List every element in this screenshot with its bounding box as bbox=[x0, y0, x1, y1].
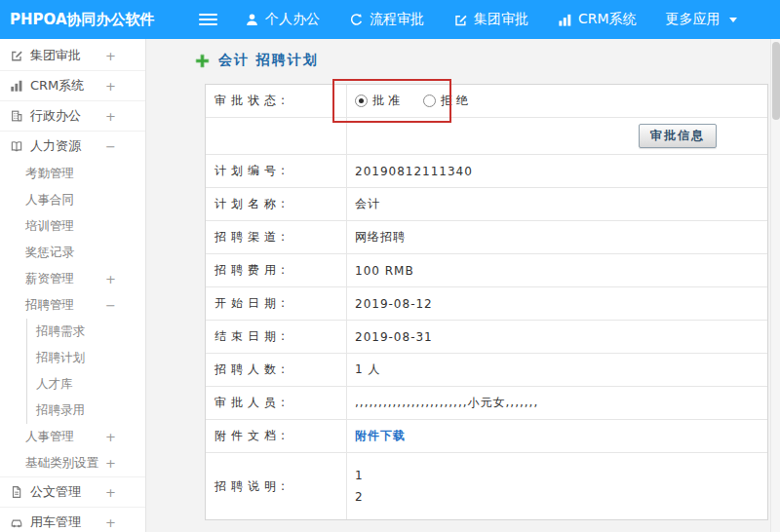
row-approval-status: 审批状态: 批准 拒绝 bbox=[206, 85, 767, 118]
chart-icon bbox=[10, 79, 23, 93]
expand-toggle[interactable]: + bbox=[105, 456, 116, 471]
top-nav: 个人办公 流程审批 集团审批 CRM系统 更多应用 bbox=[245, 11, 737, 28]
field-label: 计划编号: bbox=[206, 155, 347, 187]
field-label: 计划名称: bbox=[206, 188, 347, 220]
attachment-download-link[interactable]: 附件下载 bbox=[355, 428, 406, 444]
nav-label: 更多应用 bbox=[666, 11, 721, 28]
field-label: 审批人员: bbox=[206, 387, 347, 419]
sidebar-item-label: 人力资源 bbox=[30, 137, 81, 155]
sidebar-item-label: 薪资管理 bbox=[25, 271, 74, 287]
row-attachment: 附件文档: 附件下载 bbox=[206, 420, 767, 453]
sidebar-item-base-category[interactable]: 基础类别设置 + bbox=[0, 450, 145, 476]
nav-workflow-approval[interactable]: 流程审批 bbox=[349, 11, 424, 28]
radio-reject-label[interactable]: 拒绝 bbox=[441, 93, 472, 109]
expand-toggle[interactable]: + bbox=[105, 109, 116, 124]
sidebar-item-training[interactable]: 培训管理 bbox=[0, 213, 145, 240]
expand-toggle[interactable]: + bbox=[105, 430, 116, 444]
car-icon bbox=[10, 515, 23, 529]
radio-approve-label[interactable]: 批准 bbox=[372, 93, 404, 109]
field-label: 开始日期: bbox=[206, 287, 347, 320]
nav-more-apps[interactable]: 更多应用 bbox=[666, 11, 737, 28]
field-value: 1 人 bbox=[347, 354, 767, 386]
sidebar-item-label: 培训管理 bbox=[25, 218, 74, 235]
office-icon bbox=[10, 109, 23, 123]
nav-label: CRM系统 bbox=[578, 11, 637, 28]
collapse-toggle[interactable]: − bbox=[105, 298, 116, 313]
radio-reject[interactable] bbox=[423, 95, 436, 107]
nav-label: 流程审批 bbox=[370, 11, 424, 28]
sidebar-item-hr-contract[interactable]: 人事合同 bbox=[0, 187, 145, 213]
expand-toggle[interactable]: + bbox=[105, 515, 116, 530]
field-value: 网络招聘 bbox=[347, 221, 767, 253]
sidebar-item-label: 招聘需求 bbox=[36, 323, 85, 340]
expand-toggle[interactable]: + bbox=[105, 49, 116, 63]
sidebar: 集团审批 + CRM系统 + 行政办公 + 人力资源 − 考勤管理 人事合同 bbox=[0, 39, 146, 532]
nav-personal-office[interactable]: 个人办公 bbox=[245, 11, 320, 28]
sidebar-item-personnel[interactable]: 人事管理 + bbox=[0, 424, 145, 450]
hamburger-icon[interactable] bbox=[199, 14, 217, 25]
field-label: 招聘说明: bbox=[206, 453, 347, 519]
sidebar-item-recruitment[interactable]: 招聘管理 − bbox=[0, 292, 145, 319]
nav-label: 个人办公 bbox=[265, 11, 320, 28]
expand-toggle[interactable]: + bbox=[105, 272, 116, 286]
field-value: 会计 bbox=[347, 188, 767, 220]
flow-icon bbox=[349, 13, 364, 27]
sidebar-item-crm[interactable]: CRM系统 + bbox=[0, 71, 145, 100]
sidebar-item-label: 招聘录用 bbox=[36, 402, 85, 419]
sidebar-item-label: 公文管理 bbox=[30, 483, 81, 501]
description-line: 1 bbox=[355, 469, 364, 482]
field-value: 20190812111340 bbox=[347, 155, 767, 187]
sidebar-item-label: CRM系统 bbox=[30, 77, 84, 95]
field-value: 1 2 bbox=[347, 453, 767, 519]
expand-toggle[interactable]: + bbox=[105, 485, 116, 500]
sidebar-item-talent-pool[interactable]: 人才库 bbox=[27, 371, 145, 398]
sidebar-item-label: 行政办公 bbox=[30, 107, 81, 125]
sidebar-item-document[interactable]: 公文管理 + bbox=[0, 477, 145, 507]
field-value: 审批信息 bbox=[347, 118, 767, 154]
field-label: 结束日期: bbox=[206, 321, 347, 353]
sidebar-item-recruit-hire[interactable]: 招聘录用 bbox=[27, 398, 145, 424]
row-description: 招聘说明: 1 2 bbox=[206, 453, 767, 519]
expand-toggle[interactable]: + bbox=[105, 79, 116, 94]
sidebar-item-vehicle[interactable]: 用车管理 + bbox=[0, 508, 145, 532]
nav-label: 集团审批 bbox=[474, 11, 528, 28]
sidebar-item-admin-office[interactable]: 行政办公 + bbox=[0, 101, 145, 131]
row-recruit-count: 招聘人数: 1 人 bbox=[206, 354, 767, 387]
scrollbar-thumb[interactable] bbox=[772, 42, 780, 120]
doc-icon bbox=[10, 485, 23, 499]
nav-crm[interactable]: CRM系统 bbox=[558, 11, 637, 28]
recruitment-submenu: 招聘需求 招聘计划 人才库 招聘录用 bbox=[26, 319, 145, 424]
sidebar-item-hr[interactable]: 人力资源 − bbox=[0, 132, 145, 161]
field-label: 招聘人数: bbox=[206, 354, 347, 386]
row-approval-action: 审批信息 bbox=[206, 118, 767, 155]
sidebar-item-rewards[interactable]: 奖惩记录 bbox=[0, 240, 145, 266]
detail-table: 审批状态: 批准 拒绝 审批信息 计划编号: 20190812111340 计划… bbox=[205, 84, 768, 520]
sidebar-item-label: 集团审批 bbox=[30, 47, 81, 64]
page-title: 会计 招聘计划 bbox=[195, 52, 319, 69]
sidebar-item-group-approval[interactable]: 集团审批 + bbox=[0, 41, 145, 70]
row-recruit-cost: 招聘费用: 100 RMB bbox=[206, 254, 767, 287]
person-icon bbox=[245, 13, 259, 27]
sidebar-item-recruit-demand[interactable]: 招聘需求 bbox=[27, 319, 145, 345]
approval-info-button[interactable]: 审批信息 bbox=[639, 124, 717, 148]
edit-icon bbox=[10, 49, 23, 62]
vertical-scrollbar[interactable] bbox=[770, 39, 780, 532]
sidebar-item-label: 人事合同 bbox=[25, 192, 74, 209]
sidebar-item-recruit-plan[interactable]: 招聘计划 bbox=[27, 345, 145, 371]
radio-approve[interactable] bbox=[355, 95, 368, 107]
field-label: 招聘费用: bbox=[206, 254, 347, 286]
field-value: 2019-08-31 bbox=[347, 321, 767, 353]
sidebar-item-salary[interactable]: 薪资管理 + bbox=[0, 266, 145, 292]
topbar: PHPOA协同办公软件 个人办公 流程审批 集团审批 CRM系统 更多应用 bbox=[0, 0, 780, 39]
sidebar-item-attendance[interactable]: 考勤管理 bbox=[0, 161, 145, 187]
chart-icon bbox=[558, 13, 572, 27]
field-label: 附件文档: bbox=[206, 420, 347, 452]
nav-group-approval[interactable]: 集团审批 bbox=[453, 11, 528, 28]
sidebar-item-label: 人事管理 bbox=[25, 429, 74, 445]
sidebar-item-label: 用车管理 bbox=[30, 513, 81, 531]
row-approvers: 审批人员: ,,,,,,,,,,,,,,,,,,,,,,,,小元女,,,,,,, bbox=[206, 387, 767, 420]
row-plan-name: 计划名称: 会计 bbox=[206, 188, 767, 221]
collapse-toggle[interactable]: − bbox=[105, 139, 116, 154]
row-plan-number: 计划编号: 20190812111340 bbox=[206, 155, 767, 188]
description-line: 2 bbox=[355, 490, 364, 504]
